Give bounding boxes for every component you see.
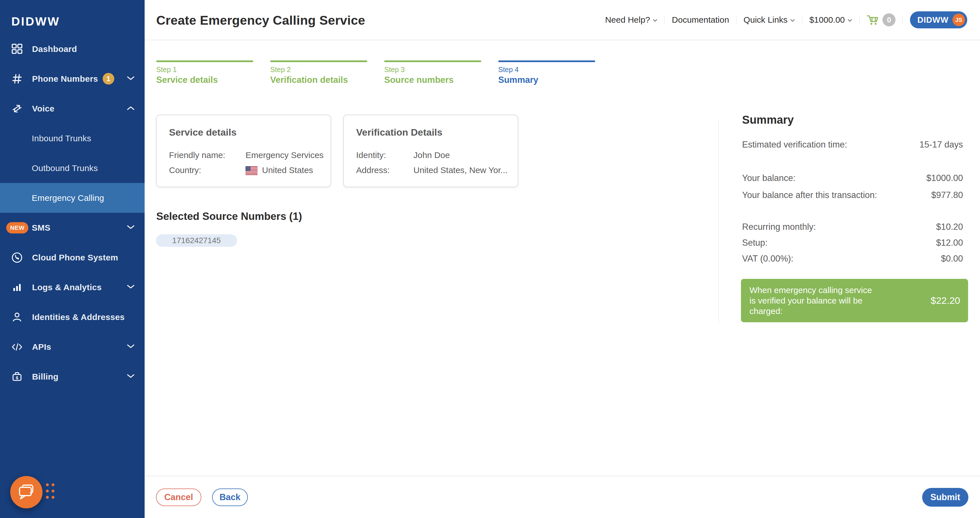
cart-button[interactable]: 0	[859, 13, 903, 26]
footer-divider	[145, 476, 980, 476]
summary-row-value: $10.20	[936, 221, 963, 233]
summary-row-label: VAT (0.00%):	[742, 253, 794, 265]
sidebar-item-logs-analytics[interactable]: Logs & Analytics	[0, 273, 145, 302]
charge-note-text: When emergency calling service is verifi…	[749, 285, 873, 316]
chevron-down-icon	[127, 225, 134, 230]
billing-icon: $	[11, 370, 23, 383]
summary-row: VAT (0.00%):$0.00	[742, 253, 963, 265]
sidebar-item-label: APIs	[32, 342, 51, 352]
step-progress-bar	[384, 61, 481, 62]
step-label: Source numbers	[384, 75, 481, 85]
step-label: Service details	[156, 75, 253, 85]
summary-row-label: Estimated verification time:	[742, 139, 847, 150]
step-wizard: Step 1Service detailsStep 2Verification …	[156, 61, 612, 85]
need-help-label: Need Help?	[605, 15, 650, 25]
chevron-down-icon	[127, 344, 134, 349]
step-verification-details[interactable]: Step 2Verification details	[270, 61, 367, 85]
sidebar-item-inbound-trunks[interactable]: Inbound Trunks	[0, 123, 145, 153]
friendly-name-label: Friendly name:	[169, 150, 245, 161]
sidebar-nav: DashboardPhone Numbers1VoiceInbound Trun…	[0, 34, 145, 392]
chevron-down-icon	[127, 374, 134, 379]
didww-logo[interactable]: DIDWW	[11, 15, 60, 29]
verification-details-title: Verification Details	[356, 126, 505, 138]
country-row: Country:	[169, 165, 318, 175]
account-button-label: DIDWW	[917, 15, 948, 25]
summary-row-label: Your balance:	[742, 172, 795, 184]
sidebar-item-label: Dashboard	[32, 44, 77, 54]
sidebar-item-apis[interactable]: APIs	[0, 332, 145, 362]
sidebar-item-label: Cloud Phone System	[32, 253, 118, 262]
charge-amount: $22.20	[931, 295, 960, 306]
sidebar-item-voice[interactable]: Voice	[0, 94, 145, 123]
address-row: Address: United States, New Yor...	[356, 165, 505, 175]
us-flag-icon	[245, 166, 258, 175]
sidebar-item-identities-addresses[interactable]: Identities & Addresses	[0, 302, 145, 332]
header: Create Emergency Calling Service Need He…	[145, 0, 980, 40]
summary-row-value: $1000.00	[926, 172, 963, 184]
quick-links-menu[interactable]: Quick Links	[737, 15, 802, 25]
sidebar-item-cloud-phone-system[interactable]: Cloud Phone System	[0, 242, 145, 273]
identity-value: John Doe	[414, 150, 450, 161]
summary-row: Setup:$12.00	[742, 237, 963, 249]
chat-fab-button[interactable]	[10, 476, 43, 508]
summary-row: Your balance:$1000.00	[742, 172, 963, 184]
sidebar: DIDWW DashboardPhone Numbers1VoiceInboun…	[0, 0, 145, 518]
account-button[interactable]: DIDWW JS	[910, 11, 967, 29]
step-summary[interactable]: Step 4Summary	[498, 61, 595, 85]
summary-row-value: $12.00	[936, 237, 963, 249]
sidebar-item-outbound-trunks[interactable]: Outbound Trunks	[0, 153, 145, 183]
service-details-card: Service details Friendly name: Emergency…	[156, 115, 331, 187]
sidebar-item-label: Identities & Addresses	[32, 312, 125, 322]
selected-source-numbers-title: Selected Source Numbers (1)	[156, 210, 302, 222]
avatar: JS	[953, 14, 965, 26]
step-label: Verification details	[270, 75, 367, 85]
country-name: United States	[262, 166, 313, 175]
sidebar-item-sms[interactable]: NEWSMS	[0, 213, 145, 242]
cart-icon	[867, 14, 878, 26]
balance-menu[interactable]: $1000.00	[802, 15, 859, 25]
sidebar-item-label: Voice	[32, 104, 54, 113]
summary-row: Recurring monthly:$10.20	[742, 221, 963, 233]
back-button[interactable]: Back	[212, 488, 248, 506]
cancel-button[interactable]: Cancel	[156, 488, 201, 506]
summary-row: Estimated verification time:15-17 days	[742, 139, 963, 150]
code-icon	[11, 341, 23, 353]
need-help-menu[interactable]: Need Help?	[598, 15, 664, 25]
country-value: United States	[245, 165, 313, 175]
summary-row-label: Your balance after this transaction:	[742, 190, 877, 201]
summary-row: Your balance after this transaction:$977…	[742, 190, 963, 201]
step-number: Step 3	[384, 65, 481, 74]
new-badge: NEW	[6, 222, 29, 233]
chat-icon	[18, 484, 35, 500]
identity-row: Identity: John Doe	[356, 150, 505, 161]
sidebar-item-phone-numbers[interactable]: Phone Numbers1	[0, 64, 145, 94]
chevron-down-icon	[653, 19, 657, 22]
voice-icon	[11, 102, 23, 115]
sidebar-item-label: Outbound Trunks	[32, 163, 98, 173]
step-number: Step 4	[498, 65, 595, 74]
balance-amount: $1000.00	[809, 15, 845, 25]
submit-button[interactable]: Submit	[922, 488, 968, 507]
sidebar-item-dashboard[interactable]: Dashboard	[0, 34, 145, 64]
hash-icon	[11, 73, 23, 85]
drag-handle-dots[interactable]	[46, 483, 54, 499]
chevron-down-icon	[127, 76, 134, 81]
summary-title: Summary	[742, 113, 794, 126]
sidebar-item-billing[interactable]: $Billing	[0, 362, 145, 392]
sidebar-item-label: Emergency Calling	[32, 193, 104, 203]
friendly-name-row: Friendly name: Emergency Services	[169, 150, 318, 161]
sidebar-item-emergency-calling[interactable]: Emergency Calling	[0, 183, 145, 213]
service-details-title: Service details	[169, 126, 318, 138]
header-menu: Need Help? Documentation Quick Links $10…	[598, 0, 967, 40]
summary-row-label: Setup:	[742, 237, 768, 249]
dashboard-icon	[11, 43, 23, 55]
quick-links-label: Quick Links	[743, 15, 788, 25]
chevron-down-icon	[848, 19, 852, 22]
sidebar-item-label: SMS	[32, 223, 51, 233]
step-source-numbers[interactable]: Step 3Source numbers	[384, 61, 481, 85]
summary-row-label: Recurring monthly:	[742, 221, 816, 233]
summary-row-value: 15-17 days	[920, 139, 963, 150]
step-service-details[interactable]: Step 1Service details	[156, 61, 253, 85]
sidebar-item-label: Billing	[32, 372, 59, 381]
documentation-link[interactable]: Documentation	[665, 15, 736, 25]
